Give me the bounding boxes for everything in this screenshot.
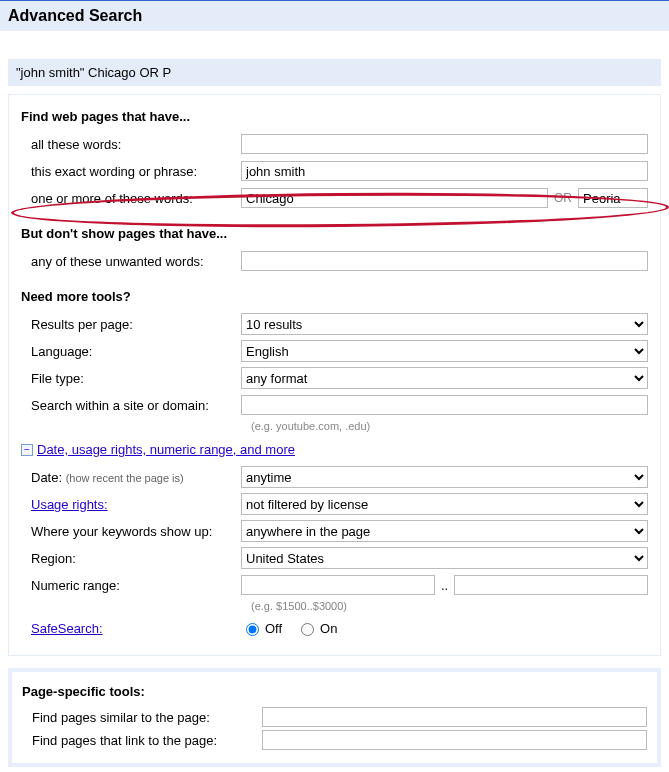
select-results-per-page[interactable]: 10 results [241, 313, 648, 335]
input-or-word-1[interactable] [241, 188, 548, 208]
page-title: Advanced Search [0, 0, 669, 31]
page-specific-heading: Page-specific tools: [22, 684, 647, 699]
hint-site: (e.g. youtube.com, .edu) [251, 420, 648, 432]
row-where: Where your keywords show up: anywhere in… [21, 519, 648, 543]
label-numeric-range: Numeric range: [21, 578, 241, 593]
row-all-words: all these words: [21, 132, 648, 156]
row-similar: Find pages similar to the page: [22, 707, 647, 727]
input-numeric-to[interactable] [454, 575, 648, 595]
row-file-type: File type: any format [21, 366, 648, 390]
safesearch-on-label[interactable]: On [296, 620, 337, 636]
hint-numeric: (e.g. $1500..$3000) [251, 600, 648, 612]
label-unwanted: any of these unwanted words: [21, 254, 241, 269]
label-similar: Find pages similar to the page: [22, 710, 262, 725]
safesearch-link[interactable]: SafeSearch: [31, 621, 103, 636]
label-all-words: all these words: [21, 137, 241, 152]
input-site[interactable] [241, 395, 648, 415]
label-one-or-more: one or more of these words: [21, 191, 241, 206]
input-link-to[interactable] [262, 730, 647, 750]
or-separator: OR [554, 191, 572, 205]
input-numeric-from[interactable] [241, 575, 435, 595]
date-note: (how recent the page is) [66, 472, 184, 484]
select-language[interactable]: English [241, 340, 648, 362]
input-or-word-2[interactable] [578, 188, 648, 208]
label-site: Search within a site or domain: [21, 398, 241, 413]
more-toggle-row[interactable]: − Date, usage rights, numeric range, and… [21, 442, 648, 457]
exclude-heading: But don't show pages that have... [21, 226, 648, 241]
more-toggle-link[interactable]: Date, usage rights, numeric range, and m… [37, 442, 295, 457]
input-exact-phrase[interactable] [241, 161, 648, 181]
page-specific-section: Page-specific tools: Find pages similar … [8, 668, 661, 767]
main-form-section: Find web pages that have... all these wo… [8, 94, 661, 656]
label-date: Date: (how recent the page is) [21, 470, 241, 485]
row-site: Search within a site or domain: [21, 393, 648, 417]
label-language: Language: [21, 344, 241, 359]
select-usage-rights[interactable]: not filtered by license [241, 493, 648, 515]
safesearch-off-radio[interactable] [246, 623, 259, 636]
select-region[interactable]: United States [241, 547, 648, 569]
label-where: Where your keywords show up: [21, 524, 241, 539]
safesearch-on-radio[interactable] [301, 623, 314, 636]
row-region: Region: United States [21, 546, 648, 570]
row-unwanted: any of these unwanted words: [21, 249, 648, 273]
label-results-per-page: Results per page: [21, 317, 241, 332]
row-date: Date: (how recent the page is) anytime [21, 465, 648, 489]
label-region: Region: [21, 551, 241, 566]
select-where[interactable]: anywhere in the page [241, 520, 648, 542]
range-separator: .. [441, 578, 448, 593]
row-numeric-range: Numeric range: .. [21, 573, 648, 597]
label-file-type: File type: [21, 371, 241, 386]
row-results-per-page: Results per page: 10 results [21, 312, 648, 336]
usage-rights-link[interactable]: Usage rights: [31, 497, 108, 512]
row-link-to: Find pages that link to the page: [22, 730, 647, 750]
row-one-or-more: one or more of these words: OR [21, 186, 648, 210]
label-link-to: Find pages that link to the page: [22, 733, 262, 748]
input-all-words[interactable] [241, 134, 648, 154]
select-date[interactable]: anytime [241, 466, 648, 488]
row-exact-phrase: this exact wording or phrase: [21, 159, 648, 183]
label-exact-phrase: this exact wording or phrase: [21, 164, 241, 179]
select-file-type[interactable]: any format [241, 367, 648, 389]
safesearch-off-label[interactable]: Off [241, 620, 282, 636]
row-safesearch: SafeSearch: Off On [21, 616, 648, 640]
input-unwanted[interactable] [241, 251, 648, 271]
find-heading: Find web pages that have... [21, 109, 648, 124]
safesearch-radio-group: Off On [241, 620, 337, 636]
query-preview: "john smith" Chicago OR P [8, 59, 661, 86]
tools-heading: Need more tools? [21, 289, 648, 304]
input-similar[interactable] [262, 707, 647, 727]
minus-icon[interactable]: − [21, 444, 33, 456]
row-language: Language: English [21, 339, 648, 363]
row-usage-rights: Usage rights: not filtered by license [21, 492, 648, 516]
